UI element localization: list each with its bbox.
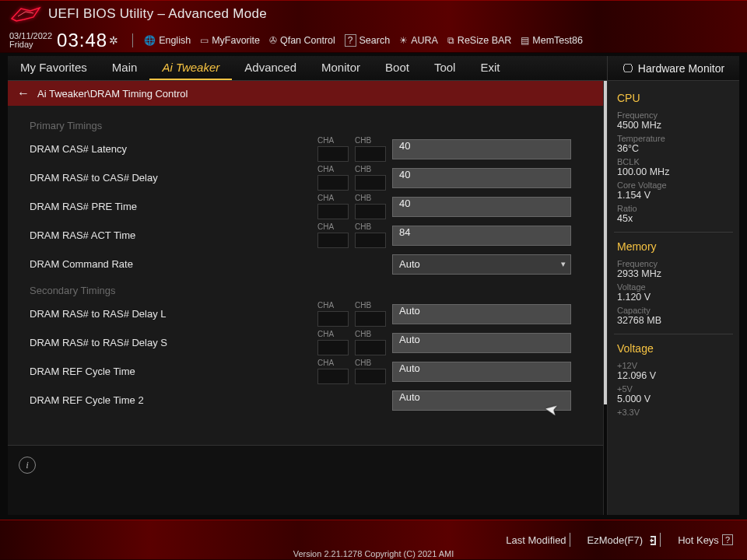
rog-logo [9,4,42,24]
channel-box [317,340,349,355]
hotkeys-button[interactable]: Hot Keys? [678,534,733,546]
setting-row: DRAM RAS# ACT TimeCHACHB84 [30,221,591,250]
resizebar-link[interactable]: ⧉ReSize BAR [447,35,511,46]
setting-label: DRAM Command Rate [30,258,317,270]
section-primary: Primary Timings [30,120,591,131]
channel-box [355,204,386,219]
channel-b: CHB [355,302,389,327]
channel-a: CHA [317,166,352,191]
channel-box [317,311,349,327]
question-icon: ? [722,534,733,545]
search-link[interactable]: ?Search [345,34,390,47]
channel-box [355,340,386,355]
channel-box [317,233,349,248]
sb-voltage-title: Voltage [617,342,730,355]
memtest-link[interactable]: ▤MemTest86 [521,35,583,46]
qfan-link[interactable]: ✇Qfan Control [269,35,335,46]
value-input[interactable]: 40 [392,197,571,217]
tab-boot[interactable]: Boot [373,56,422,80]
setting-label: DRAM RAS# ACT Time [30,229,317,241]
sb-memory-title: Memory [617,240,730,253]
breadcrumb[interactable]: ← Ai Tweaker\DRAM Timing Control [8,81,603,106]
sb-cpu-temp: Temperature36°C [617,134,672,154]
setting-label: DRAM CAS# Latency [30,143,317,155]
value-input[interactable]: 40 [392,168,571,188]
sb-cpu-freq: Frequency4500 MHz [617,110,672,131]
date-block: 03/11/2022 Friday [9,32,52,49]
channel-b: CHB [355,359,389,384]
last-modified-button[interactable]: Last Modified [506,534,566,546]
channel-box [355,311,386,327]
setting-row: DRAM REF Cycle Time 2Auto [30,386,591,415]
setting-row: DRAM RAS# to CAS# DelayCHACHB40 [30,163,591,192]
channel-box [355,146,386,162]
tab-myfavorites[interactable]: My Favorites [8,56,100,80]
setting-label: DRAM RAS# to CAS# Delay [30,172,317,184]
channel-a: CHA [317,302,352,327]
sb-mem-volt: Voltage1.120 V [617,282,672,303]
setting-row: DRAM REF Cycle TimeCHACHBAuto [30,357,591,386]
channel-a: CHA [317,359,352,384]
value-select[interactable]: Auto [392,254,571,275]
setting-row: DRAM Command RateAuto [30,250,591,278]
sb-mem-cap: Capacity32768 MB [617,306,672,326]
monitor-icon: 🖵 [622,62,633,75]
sb-33v: +3.3V [617,408,672,417]
app-title: UEFI BIOS Utility – Advanced Mode [48,6,267,22]
channel-box [317,369,349,384]
channel-b: CHB [355,194,389,219]
favorite-icon: ▭ [200,35,209,46]
sb-cpu-bclk: BCLK100.00 MHz [617,157,672,177]
channel-a: CHA [317,194,352,219]
tab-exit[interactable]: Exit [468,56,512,80]
settings-list[interactable]: Primary Timings DRAM CAS# LatencyCHACHB4… [8,106,603,445]
hwmonitor-header: 🖵 Hardware Monitor [607,56,739,81]
channel-a: CHA [317,331,352,355]
value-input[interactable]: Auto [392,390,571,411]
tab-main[interactable]: Main [100,56,150,80]
channel-b: CHB [355,223,389,248]
myfavorite-link[interactable]: ▭MyFavorite [200,35,260,46]
section-secondary: Secondary Timings [30,285,591,296]
setting-label: DRAM REF Cycle Time 2 [30,394,317,406]
value-input[interactable]: Auto [392,333,571,353]
sb-5v: +5V5.000 V [617,384,672,404]
version-text: Version 2.21.1278 Copyright (C) 2021 AMI [293,549,454,558]
fan-icon: ✇ [269,35,277,46]
tab-tool[interactable]: Tool [422,56,468,80]
language-selector[interactable]: 🌐English [144,35,191,46]
sb-cpu-ratio: Ratio45x [617,204,672,224]
gear-icon[interactable]: ✲ [109,34,118,47]
setting-label: DRAM REF Cycle Time [30,366,317,377]
channel-box [317,204,349,219]
day: Friday [9,40,52,49]
exit-icon [646,534,657,546]
channel-box [317,146,349,162]
channel-a: CHA [317,223,352,248]
setting-row: DRAM CAS# LatencyCHACHB40 [30,135,591,163]
back-arrow-icon[interactable]: ← [17,86,30,100]
title-bar: UEFI BIOS Utility – Advanced Mode [0,0,747,28]
value-input[interactable]: 84 [392,226,571,246]
setting-label: DRAM RAS# to RAS# Delay S [30,337,317,348]
aura-icon: ☀ [399,35,408,46]
content-panel: ← Ai Tweaker\DRAM Timing Control Primary… [8,81,604,515]
setting-row: DRAM RAS# PRE TimeCHACHB40 [30,192,591,221]
ezmode-button[interactable]: EzMode(F7) [587,534,658,546]
tab-advanced[interactable]: Advanced [232,56,309,80]
value-input[interactable]: Auto [392,304,571,324]
help-bar: i [8,445,603,515]
globe-icon: 🌐 [144,35,156,46]
sb-12v: +12V12.096 V [617,361,672,381]
tab-aitweaker[interactable]: Ai Tweaker [149,56,232,80]
info-icon: i [19,457,36,474]
channel-a: CHA [317,137,352,162]
setting-label: DRAM RAS# PRE Time [30,201,317,212]
value-input[interactable]: 40 [392,139,571,159]
value-input[interactable]: Auto [392,362,571,382]
sb-cpu-title: CPU [617,92,730,104]
channel-b: CHB [355,137,389,162]
tab-monitor[interactable]: Monitor [309,56,373,80]
aura-link[interactable]: ☀AURA [399,35,438,46]
channel-box [355,369,386,384]
